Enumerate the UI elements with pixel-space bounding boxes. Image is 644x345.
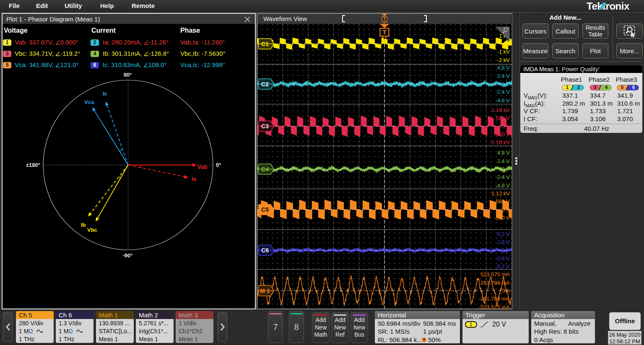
svg-text:4.8 V: 4.8 V <box>497 150 510 156</box>
svg-text:-2.4 V: -2.4 V <box>495 174 510 180</box>
svg-text:2.4 V: 2.4 V <box>497 73 510 79</box>
svg-text:261.788 mA: 261.788 mA <box>480 280 510 286</box>
svg-text:1.12 kV: 1.12 kV <box>491 190 510 197</box>
svg-text:2.6 V: 2.6 V <box>497 239 510 245</box>
svg-text:-2.4 V: -2.4 V <box>495 89 510 95</box>
svg-text:M 1: M 1 <box>260 288 270 294</box>
svg-text:-1 kV: -1 kV <box>497 49 510 55</box>
svg-text:C6: C6 <box>261 247 269 254</box>
svg-text:C2: C2 <box>261 81 269 88</box>
svg-text:5.2 V: 5.2 V <box>497 231 510 237</box>
svg-text:-4.8 V: -4.8 V <box>495 97 510 104</box>
svg-text:T: T <box>382 29 386 36</box>
svg-text:-1.16 kV: -1.16 kV <box>490 139 510 145</box>
svg-text:4.8 V: 4.8 V <box>497 65 510 71</box>
svg-text:-2.6 V: -2.6 V <box>495 255 510 262</box>
svg-text:1.16 kV: 1.16 kV <box>491 107 510 113</box>
svg-text:C4: C4 <box>261 166 269 173</box>
svg-text:2.4 V: 2.4 V <box>497 158 510 164</box>
svg-text:T: T <box>423 337 426 342</box>
svg-text:C1: C1 <box>261 41 269 47</box>
svg-text:C5: C5 <box>261 206 269 213</box>
svg-text:-2 kV: -2 kV <box>497 57 510 63</box>
svg-text:C3: C3 <box>261 123 269 130</box>
svg-text:-5.2 V: -5.2 V <box>495 263 510 270</box>
svg-text:523.575 mA: 523.575 mA <box>480 271 510 278</box>
svg-text:-4.8 V: -4.8 V <box>495 182 510 189</box>
